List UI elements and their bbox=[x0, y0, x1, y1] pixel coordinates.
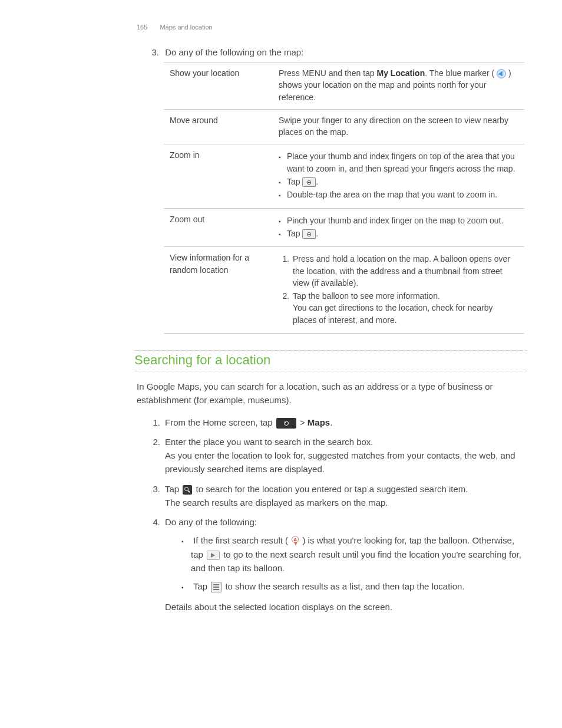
row-desc: Place your thumb and index fingers on to… bbox=[273, 144, 524, 208]
list-item: 1. From the Home screen, tap > Maps. bbox=[147, 416, 527, 429]
section-title: Searching for a location bbox=[134, 353, 527, 368]
table-row: Move around Swipe your finger to any dir… bbox=[164, 109, 524, 144]
row-desc: Pinch your thumb and index finger on the… bbox=[273, 208, 524, 247]
list-item: 3. Tap to search for the location you en… bbox=[147, 482, 527, 510]
table-row: View information for a random location P… bbox=[164, 247, 524, 334]
zoom-out-icon: ⊖ bbox=[302, 229, 316, 239]
list-item: Tap to show the search results as a list… bbox=[181, 579, 527, 593]
result-pin-icon: A bbox=[291, 536, 299, 546]
row-desc: Press and hold a location on the map. A … bbox=[273, 247, 524, 334]
row-label: View information for a random location bbox=[164, 247, 273, 334]
list-item: If the first search result ( A ) is what… bbox=[181, 533, 527, 575]
row-label: Zoom out bbox=[164, 208, 273, 247]
row-label: Move around bbox=[164, 109, 273, 144]
app-launcher-icon bbox=[276, 418, 296, 429]
section-divider: Searching for a location bbox=[134, 350, 527, 371]
table-row: Show your location Press MENU and then t… bbox=[164, 62, 524, 110]
row-label: Show your location bbox=[164, 62, 273, 110]
row-desc: Press MENU and then tap My Location. The… bbox=[273, 62, 524, 110]
search-steps: 1. From the Home screen, tap > Maps. 2. … bbox=[147, 416, 527, 614]
row-desc: Swipe your finger to any direction on th… bbox=[273, 109, 524, 144]
page-number: 165 bbox=[137, 24, 147, 31]
step-3-intro: 3. Do any of the following on the map: bbox=[147, 47, 527, 57]
list-item: 2. Enter the place you want to search in… bbox=[147, 435, 527, 476]
table-row: Zoom in Place your thumb and index finge… bbox=[164, 144, 524, 208]
location-marker-icon bbox=[497, 69, 506, 78]
table-row: Zoom out Pinch your thumb and index fing… bbox=[164, 208, 524, 247]
header-section: Maps and location bbox=[160, 24, 212, 31]
step-outro: Details about the selected location disp… bbox=[165, 600, 527, 614]
next-result-icon bbox=[207, 551, 220, 560]
section-intro: In Google Maps, you can search for a loc… bbox=[137, 380, 527, 407]
page-header: 165 Maps and location bbox=[137, 24, 527, 31]
row-label: Zoom in bbox=[164, 144, 273, 208]
search-icon bbox=[183, 485, 192, 495]
list-item: 4. Do any of the following: If the first… bbox=[147, 515, 527, 614]
list-view-icon bbox=[211, 582, 222, 592]
map-actions-table: Show your location Press MENU and then t… bbox=[164, 62, 524, 334]
zoom-in-icon: ⊕ bbox=[302, 177, 316, 187]
